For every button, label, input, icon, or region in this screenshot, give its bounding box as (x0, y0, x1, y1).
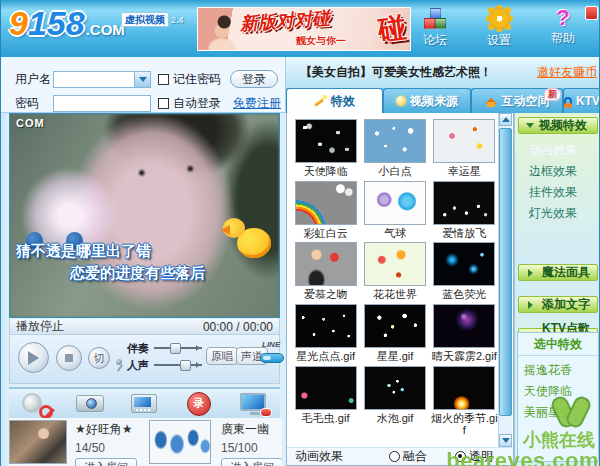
announcement-text: 【美女自拍】可爱美女性感艺术照！ (300, 64, 492, 81)
tab-video-source-label: 视频来源 (410, 93, 458, 110)
record-button[interactable]: 录 (182, 391, 216, 417)
effect-item[interactable]: 星星.gif (360, 304, 429, 363)
switch-button[interactable]: 切 (88, 347, 110, 369)
effect-item[interactable]: 气球 (360, 181, 429, 240)
room-name: ★好旺角★ (75, 421, 137, 438)
effect-thumbnail[interactable] (295, 304, 357, 348)
settings-button[interactable]: 设置 (479, 8, 519, 49)
effect-thumbnail[interactable] (364, 242, 426, 286)
help-button[interactable]: ? 帮助 (543, 8, 583, 49)
stop-icon (65, 354, 73, 362)
effect-item[interactable]: 毛毛虫.gif (291, 366, 360, 437)
effects-grid-panel: 天使降临 小白点 幸运星 彩虹白云 气球 爱情放飞 爱慕之吻 花花世界 蓝色荧光… (286, 113, 514, 466)
username-input[interactable] (53, 71, 151, 88)
effect-thumbnail[interactable] (364, 366, 426, 410)
selected-effect-item[interactable]: 天使降临 (524, 381, 598, 402)
effect-thumbnail[interactable] (433, 119, 495, 163)
video-album-button[interactable] (127, 391, 161, 417)
section-add-text[interactable]: 添加文字 (518, 296, 598, 313)
login-button[interactable]: 登录 (230, 70, 278, 88)
effects-scrollbar[interactable] (498, 113, 512, 447)
username-dropdown-button[interactable] (134, 72, 150, 87)
app-window: 9158.COM 虚拟视频2.4 新版对对碰 靓女与你一 碰 论坛 设置 ? 帮… (0, 0, 600, 466)
effect-thumbnail[interactable] (295, 181, 357, 225)
register-link[interactable]: 免费注册 (233, 95, 281, 112)
tab-effects[interactable]: 特效 (286, 88, 383, 113)
effect-item[interactable]: 天使降临 (291, 119, 360, 178)
selected-effect-item[interactable]: 美丽星空 (524, 402, 598, 423)
effect-item[interactable]: 花花世界 (360, 242, 429, 301)
effect-thumbnail[interactable] (295, 119, 357, 163)
enter-room-button[interactable]: 进入房间 (75, 458, 137, 466)
effect-item[interactable]: 蓝色荧光 (430, 242, 499, 301)
room-thumbnail[interactable] (149, 420, 211, 464)
effect-item[interactable]: 彩虹白云 (291, 181, 360, 240)
tab-video-source[interactable]: 视频来源 (383, 88, 471, 113)
chevron-down-icon (139, 77, 147, 86)
menu-item-light-effects[interactable]: 灯光效果 (529, 203, 600, 224)
menu-item-animation-effects[interactable]: 动画效果 (529, 140, 600, 161)
room-list: ★好旺角★ 14/50 进入房间 廣東一幽 15/100 进入房间 (9, 418, 282, 466)
autologin-checkbox[interactable] (158, 98, 169, 109)
scroll-down-button[interactable] (499, 434, 512, 447)
brand-logo[interactable]: 9158.COM 虚拟视频2.4 (9, 4, 189, 54)
accompaniment-slider[interactable] (154, 343, 202, 352)
video-toolbar: 录 (9, 387, 280, 418)
video-watermark: COM (16, 117, 45, 129)
effect-thumbnail[interactable] (433, 366, 495, 410)
effect-thumbnail[interactable] (433, 181, 495, 225)
effect-thumbnail[interactable] (364, 119, 426, 163)
effect-item[interactable]: 爱慕之吻 (291, 242, 360, 301)
play-button[interactable] (18, 342, 49, 373)
section-video-effects[interactable]: 视频特效 (518, 117, 598, 134)
webcam-disable-button[interactable] (19, 391, 53, 417)
corner-icon[interactable] (585, 6, 598, 20)
video-preview: COM 猜不透是哪里出了错 恋爱的进度有些落后 (9, 113, 280, 318)
effect-thumbnail[interactable] (433, 242, 495, 286)
effect-thumbnail[interactable] (364, 304, 426, 348)
banner-headline: 新版对对碰 (239, 7, 330, 36)
triangle-right-icon (528, 269, 537, 277)
menu-item-border-effects[interactable]: 边框效果 (529, 161, 600, 182)
effect-item[interactable]: 晴天霹雳2.gif (430, 304, 499, 363)
forum-button[interactable]: 论坛 (415, 8, 455, 49)
effect-item[interactable]: 小白点 (360, 119, 429, 178)
line-in-label: LINE (262, 340, 280, 349)
line-in-toggle[interactable] (260, 353, 284, 363)
selected-effect-item[interactable]: 摇逸花香 (524, 360, 598, 381)
effect-item[interactable]: 爱情放飞 (430, 181, 499, 240)
transparent-mode-radio[interactable] (455, 451, 466, 462)
effect-thumbnail[interactable] (433, 304, 495, 348)
vocal-slider[interactable] (154, 360, 202, 369)
blend-mode-label: 融合 (403, 448, 427, 465)
original-vocal-button[interactable]: 原唱 (206, 347, 238, 365)
scroll-up-button[interactable] (499, 113, 512, 126)
stop-button[interactable] (56, 345, 82, 371)
remember-password-checkbox[interactable] (158, 74, 169, 85)
effect-thumbnail[interactable] (295, 242, 357, 286)
effect-item[interactable]: 烟火的季节.gif (430, 366, 499, 437)
enter-room-button[interactable]: 进入房间 (221, 458, 282, 466)
tab-interactive-space[interactable]: 互动空间 新 (471, 88, 563, 113)
network-video-button[interactable] (236, 391, 270, 417)
effect-item[interactable]: 水泡.gif (360, 366, 429, 437)
effect-thumbnail[interactable] (295, 366, 357, 410)
menu-item-pendant-effects[interactable]: 挂件效果 (529, 182, 600, 203)
effect-thumbnail[interactable] (364, 181, 426, 225)
blend-mode-radio[interactable] (389, 451, 400, 462)
snapshot-button[interactable] (73, 391, 107, 417)
microphone-icon (114, 359, 124, 372)
password-input[interactable] (53, 95, 151, 112)
section-magic-mask[interactable]: 魔法面具 (518, 264, 598, 281)
tab-ktv[interactable]: KTV (563, 88, 600, 113)
effect-item[interactable]: 星光点点.gif (291, 304, 360, 363)
effect-label: 气球 (360, 227, 429, 240)
help-label: 帮助 (551, 30, 575, 47)
effect-label: 星光点点.gif (291, 350, 360, 363)
effect-item[interactable]: 幸运星 (430, 119, 499, 178)
room-thumbnail[interactable] (9, 420, 67, 464)
invite-friends-link[interactable]: 邀好友赚币 (537, 64, 597, 81)
record-icon: 录 (187, 392, 211, 416)
scrollbar-thumb[interactable] (499, 128, 512, 416)
ad-banner[interactable]: 新版对对碰 靓女与你一 碰 (197, 7, 411, 51)
